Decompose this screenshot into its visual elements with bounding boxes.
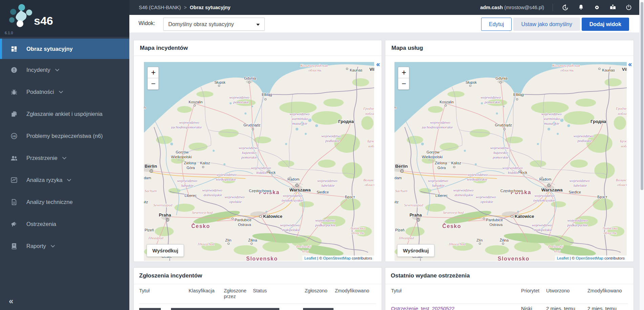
center-map-button[interactable]: Wyśrodkuj <box>147 244 184 257</box>
document-icon <box>10 199 18 206</box>
svg-text:województwo: województwo <box>428 179 448 183</box>
column-header: Priorytet <box>521 288 539 294</box>
openstreetmap-link[interactable]: OpenStreetMap <box>323 256 351 260</box>
panel-collapse-icon[interactable]: « <box>376 61 380 67</box>
incidents-map-card: Mapa incydentów « Калининградскаяобласть… <box>133 40 382 262</box>
svg-text:województwo: województwo <box>567 218 587 222</box>
add-view-button[interactable]: Dodaj widok <box>582 18 629 31</box>
column-header: Tytuł <box>391 288 402 294</box>
view-label: Widok: <box>138 20 155 26</box>
breadcrumb: S46 (CASH-BANK) > Obraz sytuacyjny <box>139 5 231 10</box>
panel-collapse-icon[interactable]: « <box>628 61 631 67</box>
zoom-in-button[interactable]: + <box>148 67 159 78</box>
svg-text:Zlín: Zlín <box>476 238 482 242</box>
svg-text:Pardubice: Pardubice <box>235 218 252 222</box>
svg-text:województwo: województwo <box>453 188 474 192</box>
sidebar-item-incydenty[interactable]: Incydenty <box>0 59 129 81</box>
services-map[interactable]: КалининградскаяобластьKaunasVilSłupskGdy… <box>394 62 627 261</box>
svg-text:województwo: województwo <box>251 166 271 170</box>
svg-text:Wielkopolski: Wielkopolski <box>422 155 443 159</box>
leaflet-link[interactable]: Leaflet <box>557 256 569 260</box>
leaflet-link[interactable]: Leaflet <box>304 256 316 260</box>
svg-text:Koszalin: Koszalin <box>189 100 203 104</box>
column-header: Utworzono <box>546 288 570 294</box>
svg-text:zachodniopomorskie: zachodniopomorskie <box>422 125 453 129</box>
svg-text:dolnośląskie: dolnośląskie <box>455 193 473 197</box>
svg-text:warmińsko-: warmińsko- <box>292 117 309 121</box>
set-default-button[interactable]: Ustaw jako domyślny <box>513 18 580 31</box>
svg-text:województwo: województwo <box>283 193 303 198</box>
svg-text:Radom: Radom <box>539 177 552 181</box>
svg-text:lubelskie: lubelskie <box>321 183 335 187</box>
svg-text:województwo: województwo <box>541 112 562 116</box>
svg-text:Львівська: Львівська <box>349 226 365 230</box>
user-info[interactable]: adm.cash (mrostow@s46.pl) <box>480 5 544 10</box>
svg-text:Severozápad: Severozápad <box>153 203 172 207</box>
svg-text:Ostrava: Ostrava <box>489 223 503 227</box>
sidebar-item-analizy-techniczne[interactable]: Analizy techniczne <box>0 191 129 213</box>
clipped-table-row <box>134 308 382 310</box>
svg-text:województwo: województwo <box>280 223 300 227</box>
notifications-bell-icon[interactable] <box>577 4 585 11</box>
scrollbar-thumb[interactable] <box>641 2 643 190</box>
zoom-in-button[interactable]: + <box>398 67 409 78</box>
warning-title-link[interactable]: Ostrzeżenie_test_20250522 <box>391 306 455 310</box>
incidents-map[interactable]: КалининградскаяобластьKaunasVilSłupskGdy… <box>144 62 374 261</box>
view-select[interactable]: Domyślny obraz sytuacyjny <box>163 18 265 31</box>
svg-text:województwo: województwo <box>430 120 450 124</box>
svg-text:область: область <box>603 231 617 235</box>
svg-text:Severozápad: Severozápad <box>404 203 423 207</box>
breadcrumb-separator: > <box>184 5 187 10</box>
zoom-out-button[interactable]: − <box>148 78 159 89</box>
svg-text:Калининградская: Калининградская <box>552 63 580 67</box>
svg-text:Žilina: Žilina <box>500 238 509 242</box>
svg-text:Брэсцкая: Брэсцкая <box>620 139 627 143</box>
sidebar-item-obraz-sytuacyjny[interactable]: Obraz sytuacyjny <box>0 39 129 59</box>
logo-block: s46 6.1.0 <box>0 0 129 37</box>
gear-icon[interactable] <box>593 4 601 11</box>
center-map-button[interactable]: Wyśrodkuj <box>397 244 434 257</box>
history-icon[interactable] <box>561 4 569 11</box>
card-header: Mapa incydentów <box>134 40 382 56</box>
sidebar-item-raporty[interactable]: Raporty <box>0 235 129 257</box>
map-attribution: Leaflet | © OpenStreetMap contributors <box>302 255 374 261</box>
sidebar-collapse-button[interactable]: « <box>9 297 13 305</box>
sidebar-item-analiza-ryzyka[interactable]: Analiza ryzyka <box>0 169 129 191</box>
edit-button[interactable]: Edytuj <box>481 18 512 31</box>
svg-text:Katowice: Katowice <box>515 214 534 219</box>
svg-text:Брэст: Брэст <box>597 195 607 199</box>
svg-text:Калининградская: Калининградская <box>300 63 328 67</box>
svg-text:Брэст: Брэст <box>345 195 355 199</box>
sidebar-item-ostrzezenia[interactable]: Ostrzeżenia <box>0 213 129 235</box>
sidebar-item-przestrzenie[interactable]: Przestrzenie <box>0 147 129 169</box>
sidebar-item-zglaszanie-ankiet[interactable]: Zgłaszanie ankiet i uspójnienia <box>0 103 129 125</box>
svg-text:Berlin: Berlin <box>145 164 157 169</box>
warning-modified: 2 mies. temu <box>587 306 617 310</box>
sidebar-item-label: Przestrzenie <box>26 155 58 161</box>
column-header: Zmodyfikowano <box>587 288 622 294</box>
breadcrumb-root[interactable]: S46 (CASH-BANK) <box>139 5 181 10</box>
zoom-out-button[interactable]: − <box>398 78 409 89</box>
library-icon[interactable] <box>609 4 617 11</box>
svg-text:pomorskie: pomorskie <box>493 155 509 159</box>
power-icon[interactable] <box>625 4 632 11</box>
card-header: Ostatnio wydane ostrzeżenia <box>385 268 634 284</box>
warning-created: 2 mies. temu <box>546 306 575 310</box>
view-toolbar: Widok: Domyślny obraz sytuacyjny Edytuj … <box>129 15 639 33</box>
page-scrollbar[interactable] <box>639 0 644 310</box>
svg-text:область: область <box>351 231 364 235</box>
sidebar-item-label: Zgłaszanie ankiet i uspójnienia <box>26 111 103 117</box>
svg-text:rn: rn <box>394 105 396 109</box>
svg-text:województwo: województwo <box>532 223 552 227</box>
svg-text:Gdynia: Gdynia <box>244 76 256 80</box>
sidebar-item-podatnosci[interactable]: Podatności <box>0 81 129 103</box>
svg-text:Grudziądz: Grudziądz <box>495 123 512 127</box>
bug-icon <box>10 88 18 96</box>
svg-text:Львівська: Львівська <box>602 226 618 230</box>
openstreetmap-link[interactable]: OpenStreetMap <box>576 256 603 260</box>
sidebar-item-problemy-n6[interactable]: n6 Problemy bezpieczeństwa (n6) <box>0 125 129 147</box>
svg-text:область: область <box>617 183 627 187</box>
svg-text:Gdynia: Gdynia <box>496 76 508 80</box>
card-title: Zgłoszenia incydentów <box>139 272 202 279</box>
svg-text:Grudziądz: Grudziądz <box>243 123 260 127</box>
